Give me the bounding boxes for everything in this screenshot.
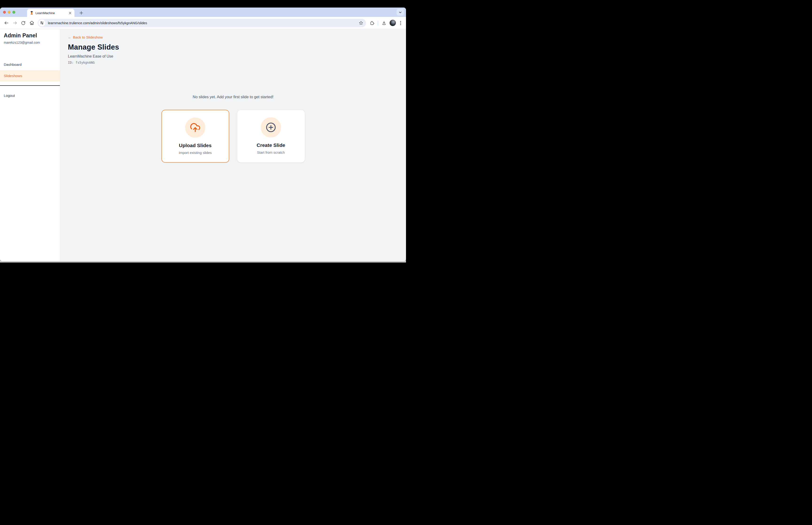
back-arrow-icon: ← bbox=[68, 35, 72, 40]
tab-title: LearnMachine bbox=[35, 11, 66, 15]
action-cards: Upload Slides Import existing slides Cre… bbox=[60, 110, 406, 163]
create-slide-subtitle: Start from scratch bbox=[257, 150, 285, 154]
url-text[interactable]: learnmachine.trulience.com/admin/slidesh… bbox=[48, 21, 357, 25]
home-button[interactable] bbox=[28, 19, 36, 27]
extensions-icon[interactable] bbox=[368, 19, 376, 27]
reload-button[interactable] bbox=[19, 19, 27, 27]
tab-close-icon[interactable] bbox=[68, 11, 72, 15]
main-area: ← Back to Slideshow Manage Slides LearnM… bbox=[60, 29, 406, 261]
forward-button[interactable] bbox=[11, 19, 19, 27]
tab-search-button[interactable] bbox=[397, 9, 404, 15]
create-slide-card[interactable]: Create Slide Start from scratch bbox=[237, 110, 305, 163]
new-tab-button[interactable] bbox=[78, 10, 84, 16]
bookmark-star-icon[interactable] bbox=[357, 20, 364, 26]
browser-tab[interactable]: LearnMachine bbox=[27, 9, 75, 17]
sidebar-item-dashboard[interactable]: Dashboard bbox=[0, 59, 60, 70]
tab-strip: LearnMachine bbox=[0, 7, 406, 17]
profile-avatar[interactable] bbox=[389, 20, 396, 26]
plus-circle-icon bbox=[265, 122, 277, 133]
window-controls bbox=[0, 11, 15, 14]
page-title: Manage Slides bbox=[68, 43, 406, 51]
upload-icon-circle bbox=[185, 118, 205, 138]
cloud-upload-icon bbox=[190, 122, 201, 133]
back-to-slideshow-link[interactable]: ← Back to Slideshow bbox=[68, 35, 103, 40]
zoom-window-button[interactable] bbox=[13, 11, 15, 14]
slideshow-name: LearnMachine Ease of Use bbox=[68, 54, 406, 59]
address-bar[interactable]: learnmachine.trulience.com/admin/slidesh… bbox=[37, 19, 366, 27]
slideshow-id: ID: fs5ykgnANG bbox=[68, 61, 406, 64]
create-slide-title: Create Slide bbox=[257, 142, 285, 148]
sidebar-nav: Dashboard Slideshows bbox=[0, 59, 60, 81]
sidebar-item-slideshows[interactable]: Slideshows bbox=[0, 70, 60, 81]
site-settings-icon[interactable] bbox=[39, 19, 45, 26]
downloads-icon[interactable] bbox=[380, 19, 388, 27]
logout-button[interactable]: Logout bbox=[0, 90, 60, 101]
create-icon-circle bbox=[261, 117, 281, 137]
minimize-window-button[interactable] bbox=[8, 11, 11, 14]
admin-panel-title: Admin Panel bbox=[4, 32, 56, 39]
user-email: marekzs123@gmail.com bbox=[4, 41, 56, 44]
sidebar: Admin Panel marekzs123@gmail.com Dashboa… bbox=[0, 29, 60, 261]
upload-slides-subtitle: Import existing slides bbox=[179, 151, 212, 155]
close-window-button[interactable] bbox=[3, 11, 6, 14]
sidebar-divider bbox=[0, 85, 60, 86]
browser-window: LearnMachine bbox=[0, 7, 406, 261]
browser-toolbar: learnmachine.trulience.com/admin/slidesh… bbox=[0, 17, 406, 29]
page-content: Admin Panel marekzs123@gmail.com Dashboa… bbox=[0, 29, 406, 261]
learnmachine-favicon-icon bbox=[30, 11, 34, 15]
back-button[interactable] bbox=[2, 19, 10, 27]
back-link-label: Back to Slideshow bbox=[73, 35, 103, 40]
upload-slides-card[interactable]: Upload Slides Import existing slides bbox=[162, 110, 229, 163]
browser-menu-icon[interactable] bbox=[398, 19, 404, 27]
empty-state-message: No slides yet. Add your first slide to g… bbox=[60, 95, 406, 99]
upload-slides-title: Upload Slides bbox=[179, 142, 212, 148]
